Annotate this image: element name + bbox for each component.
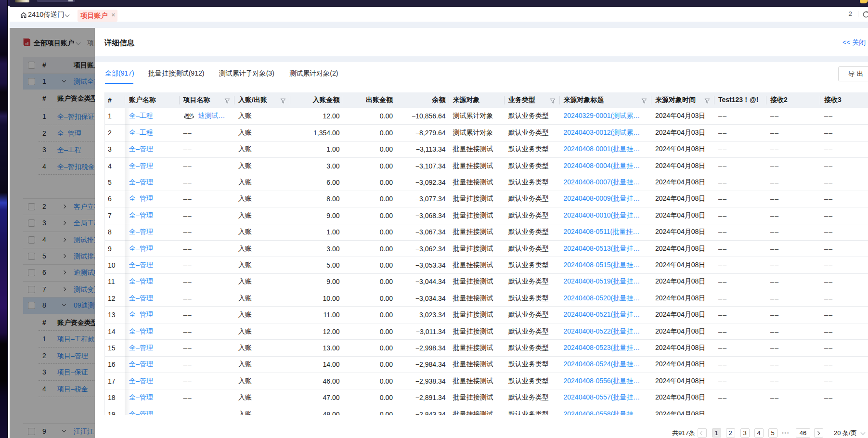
svg-text:360°: 360°: [184, 113, 193, 117]
